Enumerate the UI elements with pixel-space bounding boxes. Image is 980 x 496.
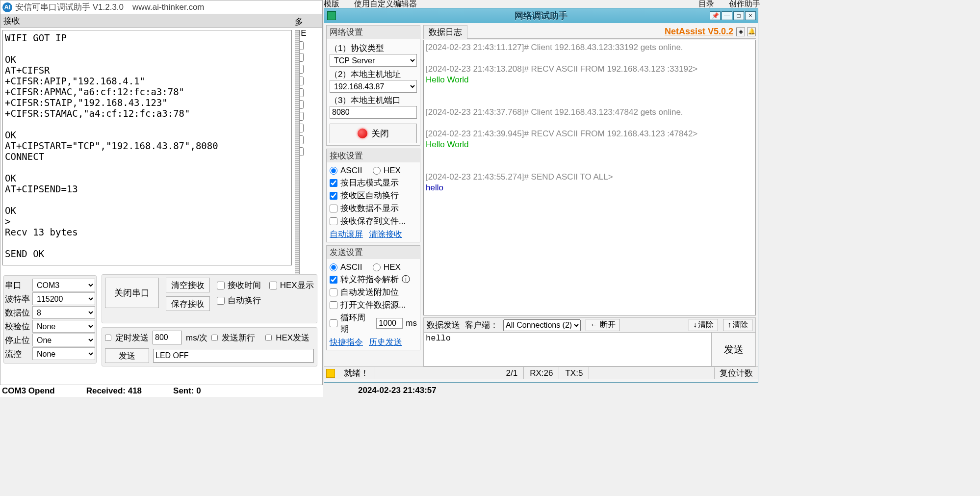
info-icon[interactable]: ⓘ [402,274,410,285]
local-host-select[interactable]: 192.168.43.87 [330,80,417,93]
bell-icon[interactable]: 🔔 [747,27,756,36]
log-mode-checkbox[interactable] [330,179,337,187]
hex-send-checkbox[interactable] [265,335,272,341]
serial-button-panel: 关闭串口 清空接收 保存接收 接收时间 HEX显示 自动换行 定时发送 ms/次… [102,274,317,366]
status-rx: RX:26 [524,367,559,379]
disconnect-button[interactable]: 断开 [586,319,620,331]
rx-section-label: 接收 [0,14,322,28]
tab-data-log[interactable]: 数据日志 [423,25,467,39]
netassist-titlebar: 网络调试助手 📌 — □ × [324,8,758,23]
cycle-interval-input[interactable] [376,318,403,329]
client-connection-select[interactable]: All Connections (2) [503,319,581,331]
close-icon[interactable]: × [745,11,756,20]
baud-select[interactable]: 115200 [32,292,95,305]
reset-count-button[interactable]: 复位计数 [714,367,758,379]
splitter-handle[interactable] [295,30,300,285]
clear-rx-link[interactable]: 清除接收 [369,229,402,240]
flow-select[interactable]: None [32,347,95,360]
netassist-icon [327,11,336,20]
protocol-select[interactable]: TCP Server [330,54,417,67]
serial-title: 安信可串口调试助手 V1.2.3.0 [15,1,124,13]
rx-autowrap-checkbox[interactable] [330,192,337,200]
send-header-bar: 数据发送 客户端： All Connections (2) 断开 清除 清除 [423,317,756,332]
network-log-area[interactable]: [2024-02-23 21:43:11.127]# Client 192.16… [423,40,756,315]
maximize-icon[interactable]: □ [733,11,744,20]
status-received: Received: 418 [86,386,142,396]
network-settings-group: 网络设置 （1）协议类型 TCP Server （2）本地主机地址 192.16… [326,25,420,146]
serial-assistant-window: AI 安信可串口调试助手 V1.2.3.0 www.ai-thinker.com… [0,0,323,385]
serial-titlebar: AI 安信可串口调试助手 V1.2.3.0 www.ai-thinker.com [0,0,322,14]
network-send-button[interactable]: 发送 [711,333,755,366]
close-connection-button[interactable]: 关闭 [330,124,417,143]
minimize-icon[interactable]: — [722,11,732,20]
log-tab-header: 数据日志 NetAssist V5.0.2 ◈ 🔔 [423,25,756,39]
netassist-title: 网络调试助手 [515,10,567,22]
serial-send-input[interactable] [153,349,314,363]
status-port: COM3 Opend [2,386,55,396]
netassist-main: 数据日志 NetAssist V5.0.2 ◈ 🔔 [2024-02-23 21… [422,23,758,366]
save-rx-button[interactable]: 保存接收 [166,296,210,311]
serial-rx-textarea[interactable]: WIFI GOT IP OK AT+CIFSR +CIFSR:APIP,"192… [2,30,292,265]
outer-menu-hints: 模版 使用自定义编辑器 目录 创作助手 [324,0,760,8]
status-sent: Sent: 0 [173,386,201,396]
auto-wrap-checkbox[interactable] [217,297,225,305]
status-ready: 就绪！ [338,367,375,379]
status-conn: 2/1 [500,367,524,379]
diamond-icon[interactable]: ◈ [736,27,745,36]
auto-append-checkbox[interactable] [330,288,337,296]
record-dot-icon [358,129,367,138]
network-send-input[interactable]: hello [424,333,711,366]
rx-hex-radio[interactable] [373,167,381,175]
clear-up-button[interactable]: 清除 [723,319,752,331]
escape-checkbox[interactable] [330,276,337,284]
port-select[interactable]: COM3 [32,279,95,291]
pin-icon[interactable]: 📌 [710,11,721,20]
rx-time-checkbox[interactable] [217,282,225,289]
history-send-link[interactable]: 历史发送 [369,337,402,348]
save-rx-file-checkbox[interactable] [330,217,337,225]
serial-config-panel: 串口COM3 波特率115200 数据位8 校验位None 停止位One 流控N… [3,275,97,364]
rx-settings-group: 接收设置 ASCII HEX 按日志模式显示 接收区自动换行 接收数据不显示 接… [326,149,420,242]
clear-down-button[interactable]: 清除 [689,319,718,331]
quick-cmd-link[interactable]: 快捷指令 [330,337,363,348]
ready-icon [326,369,335,378]
stopbits-select[interactable]: One [32,334,95,346]
cycle-checkbox[interactable] [330,319,337,327]
hide-rx-checkbox[interactable] [330,205,337,212]
open-file-src-checkbox[interactable] [330,301,337,309]
tx-hex-radio[interactable] [373,263,381,271]
parity-select[interactable]: None [32,320,95,333]
timestamp-label: 2024-02-23 21:43:57 [358,386,437,395]
clear-rx-button[interactable]: 清空接收 [166,278,210,292]
app-logo-icon: AI [2,2,12,12]
serial-send-button[interactable]: 发送 [105,348,149,363]
auto-scroll-link[interactable]: 自动滚屏 [330,229,363,240]
serial-status-bar: COM3 Opend Received: 418 Sent: 0 [0,385,323,397]
tx-ascii-radio[interactable] [330,263,337,271]
timed-send-checkbox[interactable] [105,335,111,341]
databits-select[interactable]: 8 [32,306,95,319]
netassist-status-bar: 就绪！ 2/1 RX:26 TX:5 复位计数 [324,366,758,379]
status-tx: TX:5 [559,367,589,379]
netassist-sidebar: 网络设置 （1）协议类型 TCP Server （2）本地主机地址 192.16… [324,23,422,366]
rx-ascii-radio[interactable] [330,167,337,175]
tx-settings-group: 发送设置 ASCII HEX 转义符指令解析 ⓘ 自动发送附加位 打开文件数据源… [326,245,420,350]
serial-url: www.ai-thinker.com [132,2,204,12]
hex-display-checkbox[interactable] [269,282,277,289]
netassist-window: 网络调试助手 📌 — □ × 网络设置 （1）协议类型 TCP Server （… [324,8,758,383]
brand-label[interactable]: NetAssist V5.0.2 [665,26,733,37]
send-newline-checkbox[interactable] [211,335,218,341]
interval-input[interactable] [153,331,182,344]
local-port-input[interactable] [330,106,417,119]
close-port-button[interactable]: 关闭串口 [105,278,159,308]
